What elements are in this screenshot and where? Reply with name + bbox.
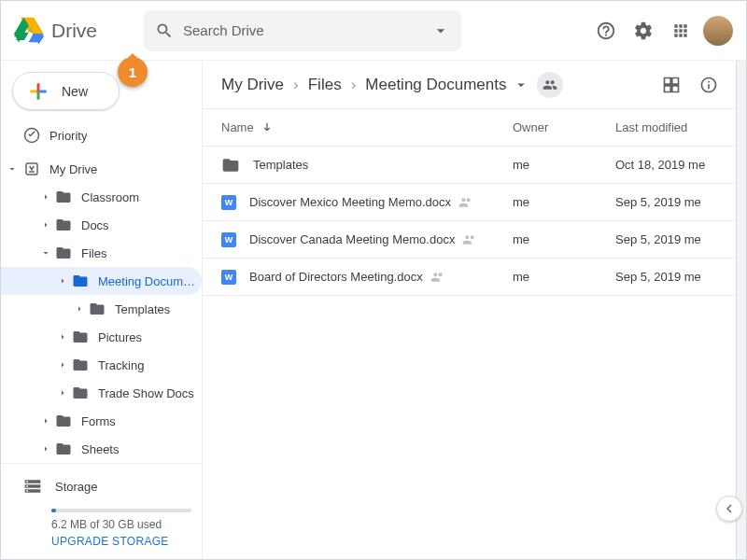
folder-icon: [72, 273, 89, 289]
drive-logo-icon: [14, 16, 44, 46]
header: Drive Search Drive: [1, 1, 746, 61]
drive-logo-text: Drive: [51, 20, 97, 42]
crumb-current[interactable]: Meeting Documents: [365, 76, 529, 94]
storage-header[interactable]: Storage: [23, 477, 202, 496]
nav-mydrive[interactable]: My Drive: [1, 155, 202, 183]
file-name: Discover Canada Meeting Memo.docx: [249, 232, 455, 246]
search-placeholder: Search Drive: [183, 22, 431, 38]
search-dropdown-icon[interactable]: [431, 21, 450, 40]
sidebar: New Priority My Drive ClassroomDocsFiles…: [1, 61, 202, 559]
shared-badge[interactable]: [537, 72, 563, 98]
chevron-right-icon: [57, 275, 68, 287]
chevron-right-icon: [40, 191, 51, 203]
tree-item[interactable]: Templates: [1, 295, 202, 323]
chevron-down-icon: [7, 163, 18, 175]
nav-tree: Priority My Drive ClassroomDocsFilesMeet…: [1, 121, 202, 463]
crumb-files[interactable]: Files: [308, 76, 342, 94]
storage-usage: 6.2 MB of 30 GB used: [51, 518, 202, 531]
file-name: Discover Mexico Meeting Memo.docx: [249, 195, 451, 209]
help-icon: [596, 21, 616, 41]
col-name-header[interactable]: Name: [221, 120, 513, 135]
folder-icon: [55, 441, 72, 457]
info-icon: [699, 76, 718, 94]
chevron-right-icon: [74, 303, 85, 315]
gear-icon: [633, 21, 654, 41]
folder-icon: [55, 413, 72, 429]
settings-button[interactable]: [625, 12, 662, 49]
nav-priority[interactable]: Priority: [1, 121, 202, 149]
view-grid-button[interactable]: [653, 66, 690, 104]
chevron-right-icon: ›: [351, 76, 357, 94]
chevron-right-icon: [40, 219, 51, 231]
chevron-right-icon: [57, 331, 68, 343]
file-name: Board of Directors Meeting.docx: [249, 270, 423, 284]
shared-icon: [462, 232, 477, 247]
shared-icon: [458, 195, 473, 210]
folder-icon: [221, 156, 240, 175]
tree-item[interactable]: Docs: [1, 211, 202, 239]
folder-icon: [72, 329, 89, 345]
new-button[interactable]: New: [12, 72, 120, 110]
info-button[interactable]: [690, 66, 727, 104]
file-owner: me: [513, 270, 615, 284]
user-avatar[interactable]: [703, 16, 733, 46]
tree-item[interactable]: Tracking: [1, 351, 202, 379]
new-button-label: New: [62, 84, 88, 99]
people-icon: [543, 77, 557, 92]
apps-icon: [671, 21, 690, 40]
shared-icon: [430, 270, 445, 285]
file-row[interactable]: WBoard of Directors Meeting.docxmeSep 5,…: [203, 259, 746, 296]
file-row[interactable]: WDiscover Mexico Meeting Memo.docxmeSep …: [203, 184, 746, 221]
file-modified: Sep 5, 2019 me: [615, 195, 727, 209]
upgrade-storage-link[interactable]: UPGRADE STORAGE: [51, 535, 202, 548]
table-header: Name Owner Last modified: [203, 109, 746, 147]
file-owner: me: [513, 195, 615, 209]
drive-icon: [23, 161, 40, 177]
side-panel-toggle[interactable]: [716, 496, 742, 522]
tree-item[interactable]: Forms: [1, 407, 202, 435]
folder-icon: [55, 189, 72, 205]
file-row[interactable]: WDiscover Canada Meeting Memo.docxmeSep …: [203, 221, 746, 259]
col-modified-header[interactable]: Last modified: [615, 120, 727, 134]
file-modified: Sep 5, 2019 me: [615, 232, 727, 246]
tree-item[interactable]: Meeting Documen...: [1, 267, 202, 295]
grid-icon: [662, 76, 681, 94]
file-owner: me: [513, 158, 615, 172]
scrollbar-track[interactable]: [736, 61, 747, 559]
breadcrumb: My Drive › Files › Meeting Documents: [203, 61, 746, 109]
help-button[interactable]: [587, 12, 625, 49]
drive-logo[interactable]: Drive: [14, 16, 97, 46]
storage-section: Storage 6.2 MB of 30 GB used UPGRADE STO…: [1, 463, 202, 559]
chevron-left-icon: [722, 501, 737, 516]
chevron-right-icon: ›: [293, 76, 299, 94]
tree-item[interactable]: Files: [1, 239, 202, 267]
apps-button[interactable]: [662, 12, 699, 49]
folder-icon: [89, 301, 106, 317]
chevron-right-icon: [40, 443, 51, 455]
file-name: Templates: [253, 158, 308, 172]
folder-icon: [55, 217, 72, 233]
search-icon: [155, 21, 174, 40]
word-doc-icon: W: [221, 270, 236, 285]
storage-icon: [23, 477, 42, 496]
priority-icon: [23, 127, 40, 144]
file-modified: Sep 5, 2019 me: [615, 270, 727, 284]
chevron-down-icon: [513, 77, 529, 93]
search-bar[interactable]: Search Drive: [144, 10, 461, 51]
tree-item[interactable]: Sheets: [1, 435, 202, 463]
word-doc-icon: W: [221, 195, 236, 210]
main-panel: My Drive › Files › Meeting Documents Nam…: [202, 61, 746, 559]
file-owner: me: [513, 232, 615, 246]
file-modified: Oct 18, 2019 me: [615, 158, 727, 172]
tree-item[interactable]: Trade Show Docs: [1, 379, 202, 407]
col-owner-header[interactable]: Owner: [513, 120, 615, 134]
folder-icon: [55, 245, 72, 261]
plus-icon: [26, 79, 50, 104]
crumb-mydrive[interactable]: My Drive: [221, 76, 284, 94]
arrow-down-icon: [260, 120, 275, 135]
file-row[interactable]: TemplatesmeOct 18, 2019 me: [203, 147, 746, 184]
chevron-down-icon: [40, 247, 51, 259]
chevron-right-icon: [57, 359, 68, 371]
tree-item[interactable]: Classroom: [1, 183, 202, 211]
tree-item[interactable]: Pictures: [1, 323, 202, 351]
